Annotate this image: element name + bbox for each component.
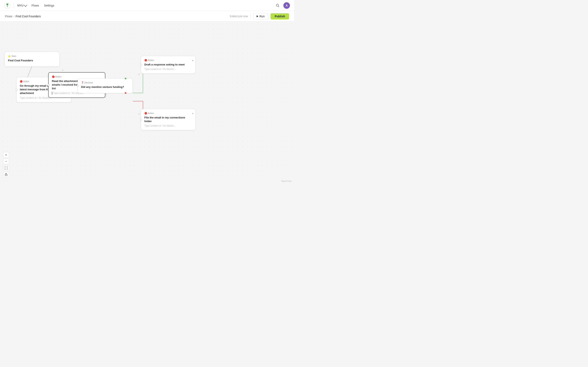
play-icon [257,15,258,17]
svg-rect-4 [7,6,8,7]
start-node-title: Find Cool Founders [8,59,56,62]
zoom-controls: + − [3,152,9,177]
svg-rect-12 [5,174,7,176]
breadcrumb: Flows › Find Cool Founders [5,15,41,18]
action-br-placeholder: Type content or / for blocks... [144,124,192,127]
action-node-br[interactable]: • 🔴 Action File the email in my connecti… [141,109,196,130]
chevron-down-icon [24,3,27,7]
nav-flows[interactable]: Flows [32,4,39,7]
logo [4,2,11,9]
start-node-badge: ⭐ Start [8,55,56,58]
nav-settings[interactable]: Settings [44,4,54,7]
decision-title: Did any mention venture funding? [81,85,129,89]
breadcrumb-divider [251,14,251,18]
connector-x-5: × [138,113,140,115]
flow-canvas[interactable]: ⭐ Start Find Cool Founders × 🔴 Action Go… [0,22,294,184]
start-badge-text: ⭐ Start [8,55,16,58]
zoom-lock-button[interactable] [3,172,9,177]
connections-layer [0,22,294,184]
run-label: Run [259,15,265,18]
header-right: A [274,2,290,9]
action1-left-connector [16,89,17,91]
run-button[interactable]: Run [253,13,268,20]
action-tr-menu[interactable]: • [192,59,193,62]
breadcrumb-flows-link[interactable]: Flows [5,15,12,18]
action2-left-connector [48,84,50,86]
action2-badge: 🔴 Action [52,75,102,78]
breadcrumb-arrow-icon: › [14,15,15,18]
avatar[interactable]: A [283,2,290,9]
search-button[interactable] [274,2,281,9]
action-tr-placeholder: Type content or / for blocks... [144,68,192,71]
publish-button[interactable]: Publish [270,13,289,19]
action-br-badge-text: 🔴 Action [144,112,154,115]
action-tr-badge: 🔴 Action [144,59,192,62]
zoom-in-button[interactable]: + [3,152,9,158]
connector-x-1: × [62,69,64,71]
org-selector[interactable]: NYU [17,4,27,7]
decision-yes-connector [125,78,126,79]
svg-line-6 [278,6,279,7]
breadcrumb-bar: Flows › Find Cool Founders Edited just n… [0,11,294,22]
action-br-title: File the email in my connections folder [144,116,192,123]
decision-node[interactable]: ❓ Decision Did any mention venture fundi… [78,78,133,93]
action-br-menu[interactable]: • [192,112,193,115]
action-tr-left-connector [140,64,142,66]
breadcrumb-current-page: Find Cool Founders [16,15,41,18]
decision-no-connector [125,92,126,94]
decision-left-connector [77,85,79,87]
action-tr-badge-text: 🔴 Action [144,59,154,62]
action-node-tr[interactable]: • 🔴 Action Draft a response asking to me… [141,56,196,74]
start-node[interactable]: ⭐ Start Find Cool Founders [4,52,60,67]
main-nav: Flows Settings [32,4,54,7]
react-flow-label: React Flow [281,180,292,182]
breadcrumb-actions: Edited just now Run Publish [230,13,289,20]
header-divider [14,3,14,8]
action1-badge-text: 🔴 Action [20,80,29,83]
decision-badge: ❓ Decision [81,81,129,84]
connector-x-4: × [138,73,140,75]
action2-badge-text: 🔴 Action [52,75,61,78]
connector-x-3: × [105,94,107,96]
org-name-label: NYU [17,4,24,7]
action-tr-title: Draft a response asking to meet [144,63,192,67]
top-nav: NYU Flows Settings A [0,0,294,11]
edited-status: Edited just now [230,15,248,18]
zoom-out-button[interactable]: − [3,159,9,164]
zoom-fit-button[interactable] [3,165,9,171]
decision-badge-text: ❓ Decision [81,81,93,84]
action-br-badge: 🔴 Action [144,112,192,115]
action-br-left-connector [140,119,142,121]
